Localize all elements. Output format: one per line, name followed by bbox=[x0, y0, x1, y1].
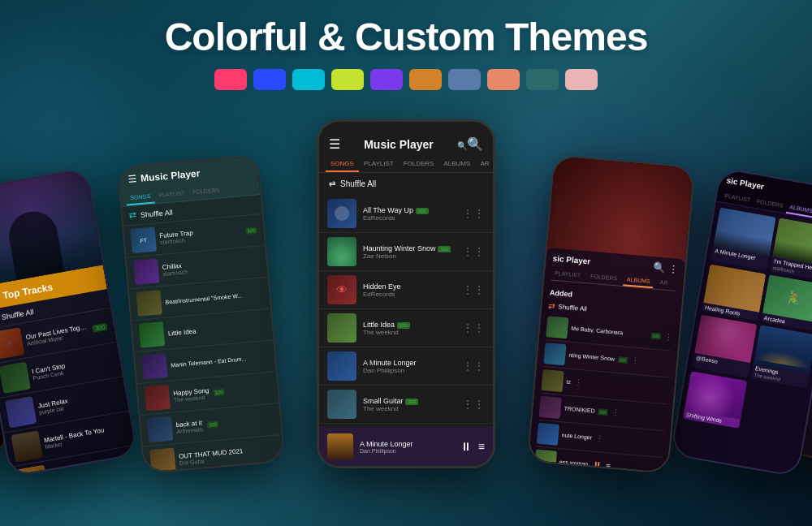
swatch-salmon[interactable] bbox=[487, 69, 520, 90]
tab-ar[interactable]: AR bbox=[475, 157, 493, 172]
search-icon[interactable]: 🔍 bbox=[457, 136, 483, 152]
song-info: Hidden Eye EdRecords bbox=[363, 282, 456, 298]
song-thumbnail bbox=[327, 390, 356, 419]
phone-left-1: ☰ Music Player SONGS PLAYLIST FOLDERS ⇄ … bbox=[117, 154, 285, 474]
song-thumbnail bbox=[327, 199, 356, 228]
song-title: Haunting Winter Snow 320 bbox=[363, 244, 456, 252]
tab-folders[interactable]: FOLDERS bbox=[399, 157, 439, 172]
song-title: Small Guitar 320 bbox=[363, 397, 456, 405]
swatch-yellow-green[interactable] bbox=[331, 69, 364, 90]
tab-albums[interactable]: ALBUMS bbox=[438, 157, 475, 172]
now-playing-info: A Minute Longer Dan Phillipson bbox=[360, 440, 454, 454]
more-options-icon[interactable]: ⋮ bbox=[462, 245, 485, 258]
phone-right-1: sic Player 🔍 ⋮ PLAYLIST FOLDERS ALBUMS A… bbox=[527, 154, 695, 474]
song-artist: EdRecords bbox=[363, 214, 456, 222]
playback-controls[interactable]: ⏸ ≡ bbox=[460, 440, 485, 453]
swatch-hot-pink[interactable] bbox=[214, 69, 247, 90]
swatch-amber[interactable] bbox=[409, 69, 442, 90]
phones-display: ☰ Music Player SONGS PLAYLIST FOLD ⇄ Shu… bbox=[0, 103, 812, 468]
song-artist: EdRecords bbox=[363, 291, 456, 298]
song-artist: The weeknd bbox=[363, 329, 456, 336]
more-options-icon[interactable]: ⋮ bbox=[462, 398, 485, 411]
song-artist: Zae Nelson bbox=[363, 252, 456, 260]
now-playing-title: A Minute Longer bbox=[360, 440, 454, 448]
song-item[interactable]: Small Guitar 320 The weeknd ⋮ bbox=[319, 386, 493, 424]
page-title-section: Colorful & Custom Themes bbox=[0, 0, 812, 69]
hamburger-icon bbox=[329, 136, 340, 152]
more-options-icon[interactable]: ⋮ bbox=[462, 321, 485, 334]
now-playing-bar: A Minute Longer Dan Phillipson ⏸ ≡ bbox=[319, 427, 493, 466]
song-thumbnail: 👁 bbox=[327, 275, 356, 304]
pause-button[interactable]: ⏸ bbox=[460, 440, 472, 453]
now-playing-artist: Dan Phillipson bbox=[360, 448, 454, 454]
phone-right-2: sic Player 🔍 PLAYLIST FOLDERS ALBUMS All… bbox=[670, 167, 812, 477]
center-app-title: Music Player bbox=[364, 138, 434, 151]
song-artist: The weeknd bbox=[363, 405, 456, 412]
swatch-deep-blue[interactable] bbox=[253, 69, 286, 90]
song-title: A Minute Longer bbox=[363, 359, 456, 367]
swatch-light-pink[interactable] bbox=[565, 69, 598, 90]
song-thumbnail bbox=[327, 313, 356, 343]
swatch-slate-blue[interactable] bbox=[448, 69, 481, 90]
song-title: All The Way Up 320 bbox=[363, 206, 456, 214]
theme-swatches bbox=[0, 69, 812, 90]
now-playing-thumbnail bbox=[327, 433, 353, 459]
song-item[interactable]: 👁 Hidden Eye EdRecords ⋮ bbox=[319, 271, 493, 309]
song-thumbnail bbox=[327, 351, 356, 381]
song-info: Little Idea 320 The weeknd bbox=[363, 321, 456, 336]
swatch-teal[interactable] bbox=[292, 69, 325, 90]
shuffle-all-row[interactable]: ⇄ Shuffle All bbox=[319, 173, 493, 195]
center-tabs: SONGS PLAYLIST FOLDERS ALBUMS AR bbox=[319, 157, 493, 173]
song-item[interactable]: All The Way Up 320 EdRecords ⋮ bbox=[319, 195, 493, 233]
song-item[interactable]: A Minute Longer Dan Phillipson ⋮ bbox=[319, 347, 493, 386]
song-info: A Minute Longer Dan Phillipson bbox=[363, 359, 456, 374]
more-options-icon[interactable]: ⋮ bbox=[462, 360, 485, 373]
queue-button[interactable]: ≡ bbox=[478, 440, 485, 453]
swatch-dark-teal[interactable] bbox=[526, 69, 559, 90]
song-title: Hidden Eye bbox=[363, 282, 456, 291]
song-artist: Dan Phillipson bbox=[363, 367, 456, 374]
song-info: Haunting Winter Snow 320 Zae Nelson bbox=[363, 244, 456, 260]
swatch-purple[interactable] bbox=[370, 69, 403, 90]
song-info: Small Guitar 320 The weeknd bbox=[363, 397, 456, 412]
song-list: All The Way Up 320 EdRecords ⋮ Haunting … bbox=[319, 195, 493, 462]
main-title: Colorful & Custom Themes bbox=[0, 15, 812, 59]
song-item[interactable]: Little Idea 320 The weeknd ⋮ bbox=[319, 309, 493, 347]
shuffle-label: Shuffle All bbox=[340, 179, 376, 188]
tab-playlist[interactable]: PLAYLIST bbox=[359, 157, 399, 172]
more-options-icon[interactable]: ⋮ bbox=[462, 283, 485, 296]
phone-left-2: My Top Tracks ⇄ Shuffle All 🎵 Our Past L… bbox=[0, 167, 138, 477]
song-item[interactable]: Haunting Winter Snow 320 Zae Nelson ⋮ bbox=[319, 233, 493, 271]
phone-center: Music Player 🔍 SONGS PLAYLIST FOLDERS AL… bbox=[317, 119, 495, 468]
song-title: Little Idea 320 bbox=[363, 321, 456, 329]
song-thumbnail bbox=[327, 237, 356, 266]
more-options-icon[interactable]: ⋮ bbox=[462, 207, 485, 220]
center-phone-header: Music Player 🔍 bbox=[319, 128, 493, 157]
shuffle-icon: ⇄ bbox=[329, 179, 335, 188]
song-info: All The Way Up 320 EdRecords bbox=[363, 206, 456, 222]
tab-songs[interactable]: SONGS bbox=[326, 157, 359, 172]
